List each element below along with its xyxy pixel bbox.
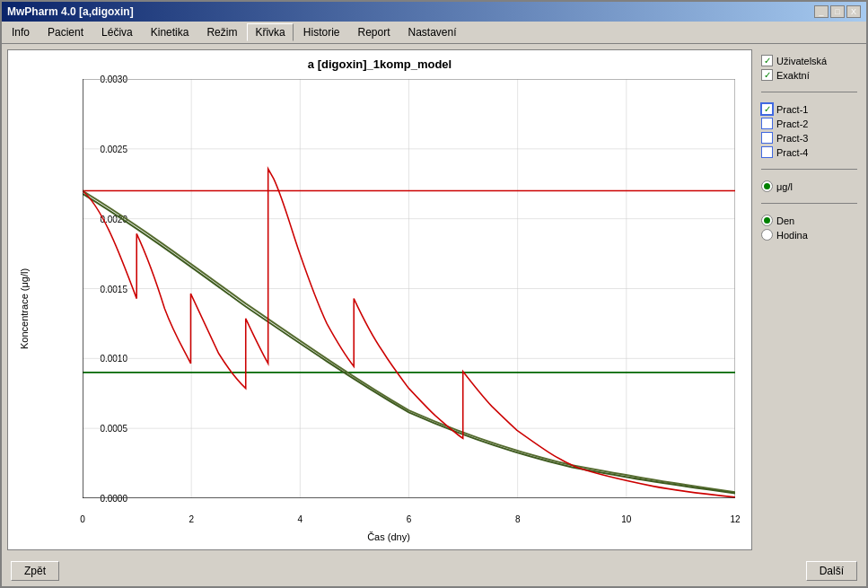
pract-group: Pract-1 Pract-2 Pract-3 Pract-4	[761, 103, 857, 158]
menu-rezim[interactable]: Režim	[198, 23, 245, 41]
menu-krivka[interactable]: Křivka	[247, 23, 293, 41]
menu-nastaveni[interactable]: Nastavení	[400, 23, 465, 41]
maximize-button[interactable]: □	[830, 5, 845, 18]
main-window: MwPharm 4.0 [a,digoxin] _ □ X Info Pacie…	[0, 0, 868, 588]
checkbox-pract2-box[interactable]	[761, 118, 773, 129]
chart-inner: Koncentrace (μg/l) 0.0030 0.0025 0.0020 …	[15, 75, 744, 542]
checkbox-pract1[interactable]: Pract-1	[761, 103, 857, 115]
close-button[interactable]: X	[846, 5, 861, 18]
chart-container: a [digoxin]_1komp_model Koncentrace (μg/…	[7, 49, 752, 550]
radio-den-label: Den	[776, 215, 794, 226]
chart-with-axes: 0.0030 0.0025 0.0020 0.0015 0.0010 0.000…	[33, 75, 744, 542]
radio-hodina-label: Hodina	[776, 230, 808, 241]
chart-title: a [digoxin]_1komp_model	[15, 57, 744, 71]
checkbox-pract4[interactable]: Pract-4	[761, 146, 857, 158]
x-tick-2: 2	[189, 514, 194, 524]
x-tick-12: 12	[730, 514, 740, 524]
radio-den[interactable]: Den	[761, 215, 857, 226]
checkbox-pract4-box[interactable]	[761, 146, 773, 158]
curve-type-group: Uživatelská Exaktní	[761, 55, 857, 81]
time-group: Den Hodina	[761, 215, 857, 241]
menu-kinetika[interactable]: Kinetika	[143, 23, 197, 41]
menu-bar: Info Pacient Léčiva Kinetika Režim Křivk…	[2, 22, 866, 44]
checkbox-pract1-label: Pract-1	[776, 104, 808, 115]
radio-hodina[interactable]: Hodina	[761, 229, 857, 241]
checkbox-pract1-box[interactable]	[761, 103, 773, 115]
content-area: a [digoxin]_1komp_model Koncentrace (μg/…	[2, 44, 866, 556]
radio-ugl-circle[interactable]	[761, 180, 773, 192]
back-button[interactable]: Zpět	[11, 561, 59, 581]
checkbox-exaktni[interactable]: Exaktní	[761, 69, 857, 81]
checkbox-pract4-label: Pract-4	[776, 147, 808, 158]
menu-leciva[interactable]: Léčiva	[93, 23, 141, 41]
divider-3	[761, 203, 857, 204]
title-bar-buttons: _ □ X	[814, 5, 861, 18]
checkbox-pract3-box[interactable]	[761, 132, 773, 144]
x-tick-0: 0	[80, 514, 85, 524]
divider-1	[761, 92, 857, 92]
x-tick-6: 6	[407, 514, 412, 524]
minimize-button[interactable]: _	[814, 5, 829, 18]
bottom-bar: Zpět Další	[2, 556, 866, 586]
radio-ugl[interactable]: μg/l	[761, 180, 857, 192]
menu-pacient[interactable]: Pacient	[39, 23, 92, 41]
checkbox-pract2-label: Pract-2	[776, 118, 808, 129]
chart-svg	[83, 79, 735, 498]
y-axis-label: Koncentrace (μg/l)	[15, 75, 33, 542]
title-bar: MwPharm 4.0 [a,digoxin] _ □ X	[2, 2, 866, 22]
window-title: MwPharm 4.0 [a,digoxin]	[7, 5, 134, 18]
x-axis-label: Čas (dny)	[33, 531, 744, 542]
checkbox-pract3-label: Pract-3	[776, 133, 808, 144]
radio-den-circle[interactable]	[761, 215, 773, 226]
checkbox-exaktni-box[interactable]	[761, 69, 773, 81]
checkbox-uzivatelska-box[interactable]	[761, 55, 773, 66]
x-tick-8: 8	[515, 514, 521, 524]
sidebar: Uživatelská Exaktní Pract-1 Pract-2	[758, 49, 861, 550]
checkbox-pract3[interactable]: Pract-3	[761, 132, 857, 144]
checkbox-uzivatelska[interactable]: Uživatelská	[761, 55, 857, 66]
x-tick-10: 10	[621, 514, 631, 524]
radio-ugl-label: μg/l	[776, 181, 793, 192]
checkbox-exaktni-label: Exaktní	[776, 70, 810, 81]
menu-historie[interactable]: Historie	[295, 23, 348, 41]
x-tick-4: 4	[298, 514, 303, 524]
checkbox-pract2[interactable]: Pract-2	[761, 118, 857, 129]
next-button[interactable]: Další	[806, 561, 857, 581]
menu-report[interactable]: Report	[349, 23, 398, 41]
unit-group: μg/l	[761, 180, 857, 192]
radio-hodina-circle[interactable]	[761, 229, 773, 241]
divider-2	[761, 169, 857, 170]
chart-plot-area: 0.0030 0.0025 0.0020 0.0015 0.0010 0.000…	[83, 79, 735, 498]
menu-info[interactable]: Info	[4, 23, 38, 41]
checkbox-uzivatelska-label: Uživatelská	[776, 56, 827, 66]
